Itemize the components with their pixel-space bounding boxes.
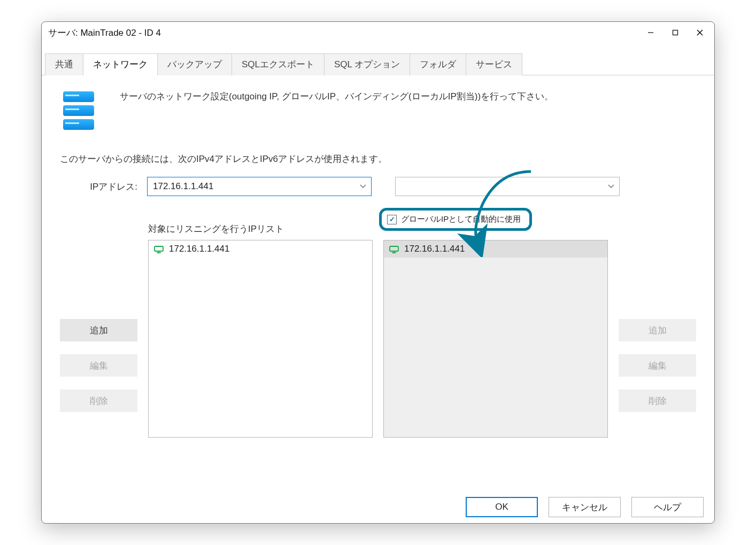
list-item[interactable]: 172.16.1.1.441 (149, 240, 372, 258)
tabrow: 共通 ネットワーク バックアップ SQLエクスポート SQL オプション フォル… (42, 53, 714, 75)
svg-rect-7 (65, 95, 79, 96)
svg-rect-10 (155, 246, 163, 251)
subheading-text: このサーバからの接続には、次のIPv4アドレスとIPv6アドレスが使用されます。 (60, 153, 696, 165)
left-button-group: 追加 編集 削除 (60, 319, 137, 412)
tab-sqloptions[interactable]: SQL オプション (324, 53, 410, 75)
tab-network[interactable]: ネットワーク (83, 53, 158, 75)
tab-service[interactable]: サービス (466, 53, 522, 75)
ip-address-label: IPアドレス: (60, 181, 137, 193)
svg-rect-5 (63, 105, 94, 116)
dialog-footer: OK キャンセル ヘルプ (42, 491, 714, 523)
header-row: サーバのネットワーク設定(outgoing IP, グローバルIP、バインディン… (60, 88, 696, 138)
titlebar: サーバ: MainTrade 02 - ID 4 (42, 22, 714, 43)
global-ip-checkbox-highlight: ✓ グローバルIPとして自動的に使用 (379, 208, 532, 231)
global-ip-listbox[interactable]: 172.16.1.1.441 (383, 240, 608, 438)
ip-address-row: IPアドレス: 172.16.1.1.441 (60, 177, 696, 196)
right-delete-button[interactable]: 削除 (619, 390, 696, 412)
global-ip-checkbox[interactable]: ✓ (387, 215, 397, 224)
listening-ip-listbox[interactable]: 172.16.1.1.441 (148, 240, 373, 438)
tab-backup[interactable]: バックアップ (157, 53, 232, 75)
right-button-group: 追加 編集 削除 (619, 319, 696, 412)
ipv4-address-value: 172.16.1.1.441 (148, 181, 355, 192)
svg-rect-4 (63, 91, 94, 102)
left-edit-button[interactable]: 編集 (60, 354, 137, 377)
help-button[interactable]: ヘルプ (631, 497, 704, 517)
chevron-down-icon (355, 177, 371, 196)
ipv6-address-combobox[interactable] (395, 177, 620, 196)
right-edit-button[interactable]: 編集 (619, 354, 696, 377)
maximize-button[interactable] (663, 24, 688, 41)
svg-rect-9 (65, 122, 79, 124)
server-settings-window: サーバ: MainTrade 02 - ID 4 共通 ネットワーク バックアッ… (41, 21, 715, 524)
right-add-button[interactable]: 追加 (619, 319, 696, 341)
svg-rect-8 (65, 108, 79, 110)
ok-button[interactable]: OK (466, 497, 538, 517)
listening-ip-column: 対象にリスニングを行うIPリスト 172.16.1.1.441 (148, 217, 373, 438)
network-tab-content: サーバのネットワーク設定(outgoing IP, グローバルIP、バインディン… (42, 75, 714, 491)
ipv4-address-combobox[interactable]: 172.16.1.1.441 (147, 177, 372, 196)
global-ip-column: ✓ グローバルIPとして自動的に使用 172.16.1.1 (383, 217, 608, 438)
left-delete-button[interactable]: 削除 (60, 390, 137, 412)
tab-common[interactable]: 共通 (45, 53, 83, 75)
svg-rect-1 (673, 30, 678, 35)
left-add-button[interactable]: 追加 (60, 319, 137, 341)
list-item-label: 172.16.1.1.441 (169, 244, 229, 254)
close-button[interactable] (688, 24, 712, 41)
svg-rect-6 (63, 119, 94, 130)
chevron-down-icon (603, 177, 619, 196)
network-icon (154, 245, 164, 253)
header-description: サーバのネットワーク設定(outgoing IP, グローバルIP、バインディン… (120, 88, 553, 103)
minimize-button[interactable] (638, 24, 663, 41)
listening-ip-label: 対象にリスニングを行うIPリスト (148, 217, 373, 240)
server-icon (60, 88, 103, 138)
tab-folder[interactable]: フォルダ (410, 53, 466, 75)
tab-sqlexport[interactable]: SQLエクスポート (232, 53, 325, 75)
global-ip-checkbox-label: グローバルIPとして自動的に使用 (401, 214, 521, 224)
cancel-button[interactable]: キャンセル (549, 497, 621, 517)
window-title: サーバ: MainTrade 02 - ID 4 (48, 27, 638, 39)
